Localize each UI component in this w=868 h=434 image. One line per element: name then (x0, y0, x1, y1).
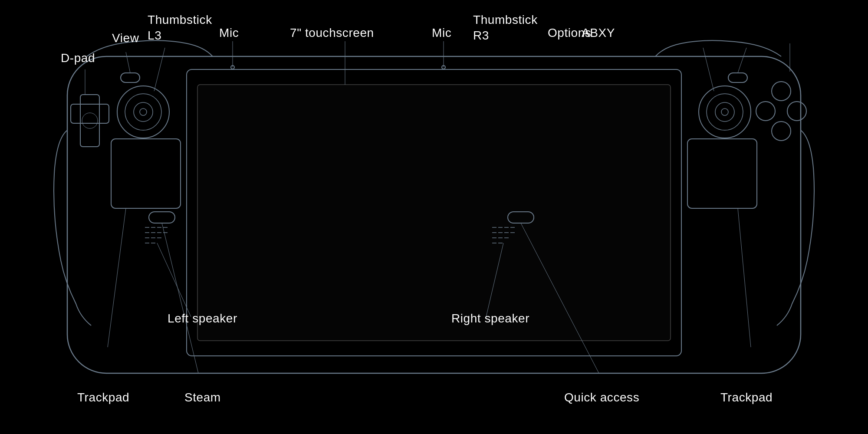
svg-rect-3 (80, 95, 99, 147)
svg-line-61 (157, 243, 191, 317)
svg-line-66 (738, 208, 751, 347)
label-dpad: D-pad (61, 51, 95, 65)
svg-point-15 (715, 102, 734, 122)
svg-point-18 (772, 82, 791, 101)
label-thumbstick-l3: Thumbstick L3 (148, 12, 212, 44)
svg-point-14 (707, 94, 743, 130)
diagram-container: D-pad View Thumbstick L3 Mic 7" touchscr… (0, 0, 868, 434)
label-view: View (112, 31, 139, 45)
label-right-speaker: Right speaker (451, 312, 529, 326)
svg-point-9 (140, 108, 147, 115)
label-trackpad-right: Trackpad (720, 391, 773, 404)
svg-point-16 (721, 108, 728, 115)
svg-line-54 (154, 48, 165, 91)
svg-line-63 (108, 208, 126, 347)
svg-line-58 (703, 48, 714, 91)
svg-rect-23 (687, 139, 757, 208)
svg-rect-17 (728, 73, 747, 82)
svg-point-7 (125, 94, 161, 130)
svg-line-53 (126, 52, 130, 73)
svg-rect-4 (71, 104, 109, 123)
label-left-speaker: Left speaker (168, 312, 237, 326)
svg-point-19 (787, 102, 806, 121)
svg-rect-10 (121, 73, 140, 82)
svg-point-8 (134, 102, 153, 122)
svg-rect-22 (111, 139, 181, 208)
label-steam: Steam (184, 391, 221, 404)
label-quick-access: Quick access (564, 391, 639, 404)
svg-line-59 (738, 48, 746, 73)
svg-rect-24 (149, 212, 175, 223)
label-mic-left: Mic (219, 26, 239, 40)
label-touchscreen: 7" touchscreen (290, 26, 374, 40)
label-thumbstick-r3: Thumbstick R3 (473, 12, 538, 44)
label-trackpad-left: Trackpad (77, 391, 129, 404)
svg-point-21 (772, 122, 791, 141)
svg-point-5 (82, 113, 98, 128)
svg-line-62 (162, 223, 198, 373)
svg-rect-2 (197, 85, 671, 341)
svg-point-20 (756, 102, 775, 121)
label-abxy: ABXY (582, 26, 615, 40)
label-mic-right: Mic (432, 26, 451, 40)
